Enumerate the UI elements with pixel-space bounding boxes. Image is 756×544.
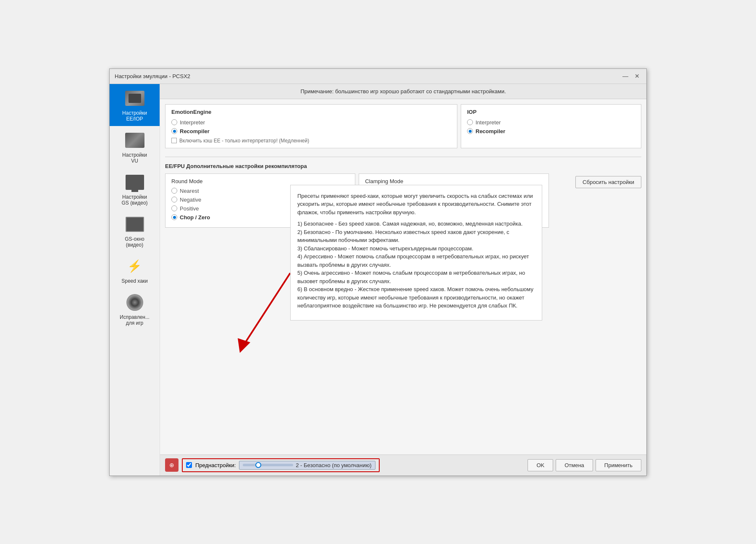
apply-button[interactable]: Применить [596,459,641,471]
cancel-button[interactable]: Отмена [556,459,593,471]
sidebar-item-eeiop-label: НастройкиЕЕ/IOP [122,110,147,122]
ok-button[interactable]: OK [528,459,553,471]
emotion-engine-panel: EmotionEngine Interpreter Recompiler Вкл… [165,104,457,148]
footer-bar: ⊕ Преднастройки: 2 - Безопасно (по умолч… [160,455,646,476]
preset-slider-container: 2 - Безопасно (по умолчанию) [239,461,375,470]
round-mode-panel: Round Mode Nearest Negative Positive [165,173,355,228]
round-mode-title: Round Mode [171,178,349,184]
footer-buttons: OK Отмена Применить [528,459,641,471]
iop-interpreter-radio[interactable] [467,119,473,125]
main-content: НастройкиЕЕ/IOP НастройкиVU НастройкиGS … [110,84,646,476]
round-chop-label: Chop / Zero [180,214,210,221]
round-chop-radio[interactable] [171,214,177,220]
clamping-mode-panel: Clamping Mode None [359,173,549,228]
fixes-icon [125,292,145,313]
gswindow-icon [125,214,145,234]
footer-icon: ⊕ [165,458,178,472]
sidebar-item-speedhacks-label: Speed хаки [121,278,148,284]
round-chop-option[interactable]: Chop / Zero [171,214,349,221]
iop-recompiler-radio[interactable] [467,128,473,134]
iop-interpreter-label: Interpreter [475,119,501,126]
ee-recompiler-radio[interactable] [171,128,177,134]
preset-slider-thumb [255,462,261,468]
round-positive-option[interactable]: Positive [171,205,349,212]
round-negative-radio[interactable] [171,197,177,202]
ee-interpreter-option[interactable]: Interpreter [171,119,451,126]
panels-row: EmotionEngine Interpreter Recompiler Вкл… [160,99,646,153]
ee-interpreter-label: Interpreter [180,119,205,126]
iop-panel: IOP Interpreter Recompiler [461,104,641,148]
gs-icon [125,172,145,192]
content-wrapper: Примечание: большинство игр хорошо работ… [160,84,646,476]
sidebar-item-vu[interactable]: НастройкиVU [110,126,160,168]
round-positive-label: Positive [180,205,199,212]
round-nearest-option[interactable]: Nearest [171,188,349,194]
ee-fpu-title: EE/FPU Дополнительные настройки рекомпил… [160,160,646,171]
reset-button[interactable]: Сбросить настройки [575,176,641,188]
clamp-none-option[interactable]: None [365,188,543,194]
ee-interpreter-radio[interactable] [171,119,177,125]
ee-title: EmotionEngine [171,109,451,115]
sidebar-item-speedhacks[interactable]: ⚡ Speed хаки [110,252,160,288]
preset-value-text: 2 - Безопасно (по умолчанию) [296,462,371,468]
sidebar-item-fixes[interactable]: Исправлен...для игр [110,288,160,330]
iop-recompiler-option[interactable]: Recompiler [467,128,635,134]
iop-title: IOP [467,109,635,115]
ee-cache-checkbox[interactable] [171,138,177,143]
sidebar-item-eeiop[interactable]: НастройкиЕЕ/IOP [110,84,160,126]
divider [165,157,641,157]
sidebar-item-gswindow[interactable]: GS-окно(видео) [110,210,160,252]
round-negative-option[interactable]: Negative [171,197,349,203]
sidebar-item-gswindow-label: GS-окно(видео) [125,236,144,248]
presets-wrapper: Преднастройки: 2 - Безопасно (по умолчан… [182,458,380,472]
ee-cache-row: Включить кэш ЕЕ - только интерпретатор! … [171,138,451,144]
sidebar-item-vu-label: НастройкиVU [122,152,147,164]
speedhacks-icon: ⚡ [125,256,145,276]
presets-checkbox[interactable] [186,462,192,468]
ee-cache-label: Включить кэш ЕЕ - только интерпретатор! … [179,138,309,144]
title-bar: Настройки эмуляции - PCSX2 — ✕ [110,69,646,84]
iop-interpreter-option[interactable]: Interpreter [467,119,635,126]
window-title: Настройки эмуляции - PCSX2 [115,73,190,79]
sidebar-item-gs-label: НастройкиGS (видео) [121,194,147,206]
close-button[interactable]: ✕ [633,72,641,80]
eeiop-icon [125,88,145,108]
round-positive-radio[interactable] [171,205,177,211]
content-area: Примечание: большинство игр хорошо работ… [160,84,646,455]
clamping-mode-title: Clamping Mode [365,178,543,184]
round-nearest-radio[interactable] [171,188,177,194]
notice-bar: Примечание: большинство игр хорошо работ… [160,84,646,99]
clamp-none-radio[interactable] [365,188,371,194]
iop-recompiler-label: Recompiler [475,128,505,134]
preset-slider[interactable] [243,464,293,466]
presets-label: Преднастройки: [195,462,236,468]
footer-left: ⊕ Преднастройки: 2 - Безопасно (по умолч… [165,458,523,472]
ee-recompiler-option[interactable]: Recompiler [171,128,451,134]
sidebar-item-gs[interactable]: НастройкиGS (видео) [110,168,160,210]
ee-recompiler-label: Recompiler [180,128,210,134]
vu-icon [125,130,145,150]
sidebar-item-fixes-label: Исправлен...для игр [120,314,150,326]
clamp-none-label: None [373,188,386,194]
sidebar: НастройкиЕЕ/IOP НастройкиVU НастройкиGS … [110,84,160,476]
sub-panels-row: Round Mode Nearest Negative Positive [160,171,646,233]
notice-text: Примечание: большинство игр хорошо работ… [300,88,506,95]
round-negative-label: Negative [180,197,201,203]
main-window: Настройки эмуляции - PCSX2 — ✕ Настройки… [109,68,647,476]
round-nearest-label: Nearest [180,188,199,194]
minimize-button[interactable]: — [621,72,630,80]
title-controls: — ✕ [621,72,641,80]
